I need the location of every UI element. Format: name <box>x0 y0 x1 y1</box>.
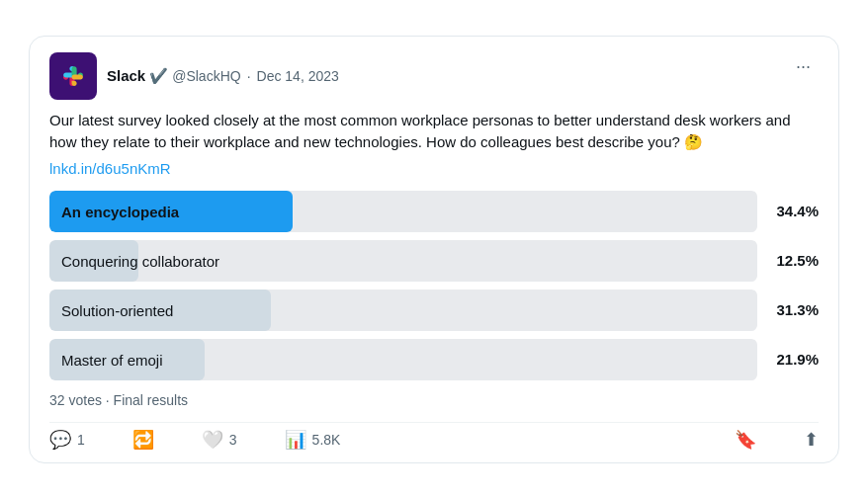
verified-icon: ✔️ <box>149 67 168 85</box>
poll-container: An encyclopedia 34.4% Conquering collabo… <box>49 191 819 380</box>
tweet-link[interactable]: lnkd.in/d6u5nKmR <box>49 160 819 177</box>
author-handle: @SlackHQ <box>172 68 240 84</box>
retweet-icon: 🔁 <box>132 429 154 451</box>
reply-action[interactable]: 💬 1 <box>49 429 85 451</box>
like-count: 3 <box>229 432 237 448</box>
tweet-card: Slack ✔️ @SlackHQ · Dec 14, 2023 ··· Our… <box>29 36 839 463</box>
poll-bar-wrapper-0: An encyclopedia <box>49 191 757 232</box>
poll-pct-1: 12.5% <box>769 252 819 269</box>
tweet-actions: 💬 1 🔁 🤍 3 📊 5.8K 🔖 ⬆ <box>49 422 819 451</box>
author-name: Slack <box>107 67 145 84</box>
tweet-date: Dec 14, 2023 <box>257 68 339 84</box>
tweet-text: Our latest survey looked closely at the … <box>49 110 819 154</box>
dot-separator: · <box>247 68 251 84</box>
poll-bar-wrapper-2: Solution-oriented <box>49 290 757 331</box>
tweet-header-left: Slack ✔️ @SlackHQ · Dec 14, 2023 <box>49 52 339 100</box>
tweet-header: Slack ✔️ @SlackHQ · Dec 14, 2023 ··· <box>49 52 819 100</box>
avatar <box>49 52 97 100</box>
bookmark-action[interactable]: 🔖 <box>735 429 756 451</box>
poll-pct-2: 31.3% <box>769 301 819 318</box>
poll-row-2: Solution-oriented 31.3% <box>49 290 819 331</box>
reply-icon: 💬 <box>49 429 71 451</box>
poll-pct-0: 34.4% <box>769 203 819 219</box>
poll-bar-wrapper-3: Master of emoji <box>49 339 757 380</box>
heart-icon: 🤍 <box>202 429 223 451</box>
reply-count: 1 <box>77 432 85 448</box>
poll-option-label-0: An encyclopedia <box>61 203 179 219</box>
views-action[interactable]: 📊 5.8K <box>285 429 341 451</box>
poll-option-label-1: Conquering collaborator <box>61 252 219 269</box>
poll-option-label-3: Master of emoji <box>61 351 163 368</box>
views-icon: 📊 <box>285 429 306 451</box>
author-name-row: Slack ✔️ @SlackHQ · Dec 14, 2023 <box>107 67 339 85</box>
bookmark-icon: 🔖 <box>735 429 756 451</box>
poll-row-0: An encyclopedia 34.4% <box>49 191 819 232</box>
poll-row-1: Conquering collaborator 12.5% <box>49 240 819 282</box>
poll-pct-3: 21.9% <box>769 351 819 368</box>
poll-option-label-2: Solution-oriented <box>61 301 173 318</box>
author-info: Slack ✔️ @SlackHQ · Dec 14, 2023 <box>107 67 339 85</box>
like-action[interactable]: 🤍 3 <box>202 429 237 451</box>
retweet-action[interactable]: 🔁 <box>132 429 154 451</box>
share-action[interactable]: ⬆ <box>804 429 819 451</box>
poll-footer: 32 votes · Final results <box>49 392 819 408</box>
poll-row-3: Master of emoji 21.9% <box>49 339 819 380</box>
share-icon: ⬆ <box>804 429 819 451</box>
poll-bar-wrapper-1: Conquering collaborator <box>49 240 757 282</box>
views-count: 5.8K <box>312 432 341 448</box>
more-button[interactable]: ··· <box>788 52 819 81</box>
